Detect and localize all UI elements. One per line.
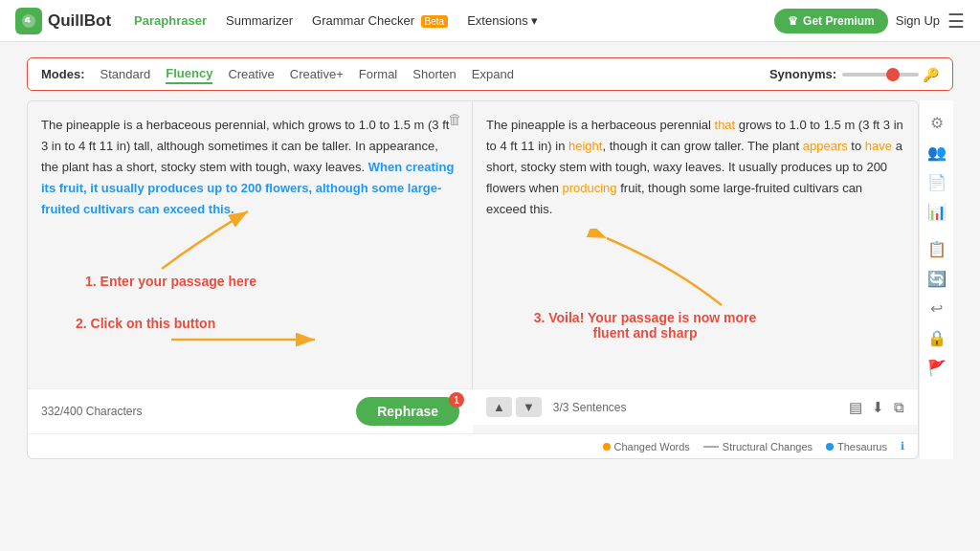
changed-label: Changed Words [614,441,690,452]
nav-links: Paraphraser Summarizer Grammar Checker B… [134,13,774,28]
nav-summarizer[interactable]: Summarizer [226,13,293,28]
main-container: Modes: Standard Fluency Creative Creativ… [11,42,969,474]
legend-changed: Changed Words [603,440,690,452]
annotation-step2: 2. Click on this button [76,316,215,331]
mode-expand[interactable]: Expand [472,65,514,83]
left-editor-text: The pineapple is a herbaceous perennial,… [41,115,458,220]
thesaurus-dot [826,443,834,451]
format-icon-button[interactable]: ▤ [849,399,862,416]
slider-track [842,73,919,77]
page-wrapper: QuillBot Paraphraser Summarizer Grammar … [0,0,980,551]
nav-extensions[interactable]: Extensions ▾ [467,13,538,28]
left-editor[interactable]: 🗑 The pineapple is a herbaceous perennia… [28,101,473,388]
thesaurus-label: Thesaurus [837,441,887,452]
rephrase-badge: 1 [449,392,464,408]
trash-icon[interactable]: 🗑 [448,111,462,127]
synonyms-label: Synonyms: [769,67,836,81]
chart-icon-button[interactable]: 📊 [924,199,950,225]
word-have: have [865,139,892,153]
legend-info-icon[interactable]: ℹ [901,440,904,452]
crown-icon: ♛ [788,14,798,28]
annotation-step1: 1. Enter your passage here [85,274,256,289]
annotation-step3: 3. Voila! Your passage is now more fluen… [521,310,769,341]
logo-icon [15,8,42,34]
step3-text: 3. Voila! Your passage is now more fluen… [521,310,769,341]
users-icon-button[interactable]: 👥 [924,140,950,165]
key-icon: 🔑 [923,67,939,82]
word-producing: producing [562,181,616,195]
right-editor: The pineapple is a herbaceous perennial … [473,101,918,388]
lock-icon-button[interactable]: 🔒 [924,325,950,351]
flag-icon-button[interactable]: 🚩 [924,355,950,381]
document-icon-button[interactable]: 📄 [924,169,950,195]
structural-label: Structural Changes [723,441,813,452]
mode-creative[interactable]: Creative [228,65,274,83]
sentence-count: 3/3 Sentences [553,401,627,414]
rephrase-btn-wrap: 1 Rephrase [356,397,459,426]
legend-bar: Changed Words Structural Changes Thesaur… [28,433,918,458]
synonyms-slider[interactable]: 🔑 [842,67,939,82]
legend-structural: Structural Changes [703,440,813,452]
navbar: QuillBot Paraphraser Summarizer Grammar … [0,0,980,42]
right-footer: ▲ ▼ 3/3 Sentences ▤ ⬇ ⧉ [473,388,918,425]
menu-icon[interactable]: ☰ [947,10,965,33]
word-appears: appears [803,139,848,153]
sidebar-icons: ⚙ 👥 📄 📊 📋 🔄 ↩ 🔒 🚩 [919,100,953,459]
signup-button[interactable]: Sign Up [896,13,940,28]
logo: QuillBot [15,8,111,34]
nav-paraphraser[interactable]: Paraphraser [134,13,207,28]
word-that: that [715,118,736,132]
modes-bar: Modes: Standard Fluency Creative Creativ… [27,57,953,91]
editor-layout: 🗑 The pineapple is a herbaceous perennia… [27,100,953,459]
editor-border: 🗑 The pineapple is a herbaceous perennia… [27,100,919,459]
undo-icon-button[interactable]: ↩ [926,296,947,321]
right-editor-text: The pineapple is a herbaceous perennial … [486,115,904,220]
nav-grammar[interactable]: Grammar Checker Beta [312,13,448,28]
nav-right: ♛ Get Premium Sign Up ☰ [774,9,965,33]
mode-fluency[interactable]: Fluency [166,64,212,84]
structural-line [703,446,719,448]
settings-icon-button[interactable]: ⚙ [926,110,947,136]
left-panel: 🗑 The pineapple is a herbaceous perennia… [28,101,473,433]
mode-creative-plus[interactable]: Creative+ [290,65,344,83]
arrow2-svg [162,325,334,364]
rephrase-button[interactable]: Rephrase [356,397,459,426]
modes-label: Modes: [41,67,85,81]
footer-actions: ▤ ⬇ ⧉ [849,399,904,416]
arrow3-svg [578,229,731,315]
step2-text: 2. Click on this button [76,316,215,331]
logo-text: QuillBot [48,11,111,31]
copy-icon-button[interactable]: ⧉ [894,399,904,416]
word-height: height [568,139,602,153]
download-icon-button[interactable]: ⬇ [872,399,884,416]
nav-arrows: ▲ ▼ 3/3 Sentences [486,397,626,417]
beta-badge: Beta [421,15,449,28]
file-icon-button[interactable]: 📋 [924,236,950,262]
refresh-icon-button[interactable]: 🔄 [924,266,950,292]
step1-text: 1. Enter your passage here [85,274,256,289]
editor-area: 🗑 The pineapple is a herbaceous perennia… [27,100,919,459]
arrow-up-button[interactable]: ▲ [486,397,512,417]
right-panel: The pineapple is a herbaceous perennial … [473,101,918,433]
premium-button[interactable]: ♛ Get Premium [774,9,888,33]
svg-point-0 [28,19,31,22]
slider-thumb [886,68,900,81]
legend-thesaurus: Thesaurus [826,440,887,452]
mode-shorten[interactable]: Shorten [412,65,457,83]
panels-wrapper: 🗑 The pineapple is a herbaceous perennia… [28,101,918,433]
left-footer: 332/400 Characters 1 Rephrase [28,388,473,433]
char-count: 332/400 Characters [41,405,142,418]
mode-formal[interactable]: Formal [359,65,397,83]
highlighted-text: When creating its fruit, it usually prod… [41,160,454,216]
synonyms-section: Synonyms: 🔑 [769,67,939,82]
changed-dot [603,443,611,451]
arrow-down-button[interactable]: ▼ [516,397,542,417]
mode-standard[interactable]: Standard [100,65,151,83]
